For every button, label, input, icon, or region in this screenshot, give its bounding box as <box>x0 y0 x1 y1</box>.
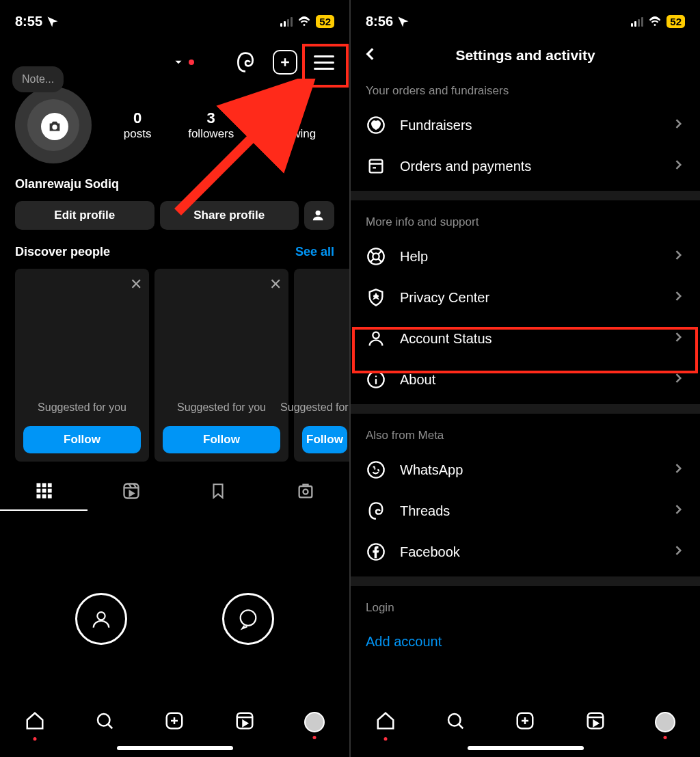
item-orders-payments[interactable]: Orders and payments <box>351 146 700 187</box>
item-threads[interactable]: Threads <box>351 490 700 531</box>
status-bar: 8:56 52 <box>351 0 700 38</box>
item-facebook[interactable]: Facebook <box>351 531 700 572</box>
tab-tagged[interactable] <box>262 481 349 510</box>
svg-point-28 <box>448 714 461 726</box>
nav-search[interactable] <box>94 710 115 734</box>
share-profile-button[interactable]: Share profile <box>160 201 299 230</box>
svg-rect-4 <box>42 483 46 488</box>
threads-icon <box>366 501 386 520</box>
svg-point-23 <box>373 253 379 259</box>
back-button[interactable] <box>362 45 379 66</box>
search-icon <box>94 710 115 731</box>
stat-posts[interactable]: 0 posts <box>124 109 152 141</box>
notification-dot <box>189 59 194 65</box>
nav-profile[interactable] <box>304 712 325 732</box>
close-icon[interactable]: ✕ <box>130 276 142 293</box>
profile-stats: Note... 0 posts 3 followers 6 following <box>0 87 349 163</box>
plus-box-icon <box>515 710 535 731</box>
chevron-down-icon <box>172 56 185 68</box>
stat-followers[interactable]: 3 followers <box>188 109 234 141</box>
nav-profile[interactable] <box>655 712 675 732</box>
grid-icon <box>34 481 53 500</box>
avatar-icon <box>304 712 325 732</box>
account-switcher[interactable] <box>172 56 194 68</box>
chevron-right-icon <box>671 371 685 388</box>
item-label: Fundraisers <box>400 118 658 133</box>
home-icon <box>375 710 396 731</box>
suggested-label: Suggested for you <box>38 401 126 414</box>
wifi-icon <box>647 16 662 28</box>
threads-icon[interactable] <box>234 51 256 73</box>
add-account-link[interactable]: Add account <box>351 622 700 662</box>
status-bar: 8:55 52 <box>0 0 349 38</box>
item-help[interactable]: Help <box>351 236 700 277</box>
item-label: About <box>400 372 658 388</box>
note-bubble[interactable]: Note... <box>12 66 64 92</box>
home-icon <box>25 710 45 731</box>
see-all-link[interactable]: See all <box>295 245 334 259</box>
svg-rect-5 <box>48 483 52 488</box>
chevron-right-icon <box>671 158 685 175</box>
menu-button[interactable] <box>314 55 334 70</box>
nav-home[interactable] <box>25 710 45 734</box>
nav-create[interactable] <box>164 710 185 734</box>
suggested-label: Suggested for you <box>177 401 266 414</box>
stat-following[interactable]: 6 following <box>271 109 316 141</box>
nav-reels[interactable] <box>234 710 255 734</box>
camera-icon[interactable] <box>41 113 68 140</box>
item-fundraisers[interactable]: Fundraisers <box>351 105 700 146</box>
nav-reels[interactable] <box>585 710 606 734</box>
item-label: Account Status <box>400 331 658 347</box>
svg-point-14 <box>304 490 308 494</box>
whatsapp-icon <box>366 460 386 479</box>
profile-tabs <box>0 468 349 511</box>
item-account-status[interactable]: Account Status <box>351 318 700 359</box>
edit-profile-button[interactable]: Edit profile <box>15 201 154 230</box>
battery-badge: 52 <box>667 15 685 28</box>
follow-button[interactable]: Follow <box>23 426 141 453</box>
facebook-icon <box>366 542 386 561</box>
profile-screen: 8:55 52 Note... <box>0 0 349 757</box>
signal-icon <box>280 17 293 27</box>
reels-icon <box>122 481 141 501</box>
chevron-right-icon <box>671 503 685 520</box>
discover-title: Discover people <box>15 245 110 259</box>
section-more-info-label: More info and support <box>351 204 700 236</box>
wifi-icon <box>297 16 312 28</box>
lifebuoy-icon <box>366 247 386 266</box>
svg-rect-6 <box>36 489 40 493</box>
receipt-icon <box>366 157 386 176</box>
chevron-right-icon <box>671 117 685 134</box>
svg-rect-19 <box>237 713 252 729</box>
home-indicator <box>468 746 584 750</box>
discover-people-button[interactable] <box>304 201 334 230</box>
item-privacy-center[interactable]: Privacy Center <box>351 277 700 318</box>
settings-header: Settings and activity <box>351 38 700 73</box>
discover-cards: ✕ Suggested for you Follow ✕ Suggested f… <box>0 269 349 462</box>
close-icon[interactable]: ✕ <box>269 276 282 293</box>
settings-screen: 8:56 52 Settings and activity Your order… <box>351 0 700 757</box>
follow-button[interactable]: Follow <box>302 426 347 453</box>
nav-home[interactable] <box>375 710 396 734</box>
reels-icon <box>234 710 255 731</box>
tab-reels[interactable] <box>88 481 175 510</box>
item-label: Orders and payments <box>400 159 658 174</box>
create-button[interactable] <box>273 50 297 75</box>
tab-grid[interactable] <box>0 481 88 511</box>
item-label: Facebook <box>400 544 658 560</box>
tab-saved[interactable] <box>175 481 262 510</box>
item-whatsapp[interactable]: WhatsApp <box>351 449 700 490</box>
item-label: Threads <box>400 503 658 519</box>
status-time: 8:55 <box>15 14 42 29</box>
svg-rect-11 <box>48 494 52 499</box>
nav-search[interactable] <box>445 710 466 734</box>
svg-point-2 <box>316 211 321 215</box>
section-orders-label: Your orders and fundraisers <box>351 73 700 105</box>
section-login-label: Login <box>351 590 700 622</box>
location-icon <box>397 16 409 28</box>
item-about[interactable]: About <box>351 359 700 400</box>
add-user-icon <box>312 208 327 223</box>
nav-create[interactable] <box>515 710 535 734</box>
chevron-right-icon <box>671 544 685 561</box>
follow-button[interactable]: Follow <box>163 426 280 453</box>
